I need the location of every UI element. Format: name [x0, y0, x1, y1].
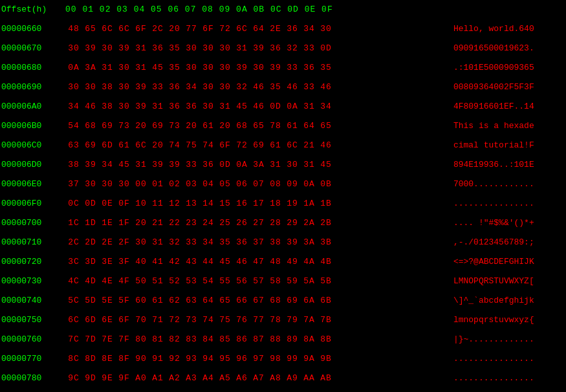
hex-byte[interactable]: 51 — [149, 272, 166, 291]
hex-byte[interactable]: 39 — [250, 39, 267, 58]
hex-cell-group[interactable]: 6C6D6E6F707172737475767778797A7B — [64, 310, 452, 330]
hex-byte[interactable]: B9 — [284, 388, 301, 392]
hex-byte[interactable]: 46 — [234, 252, 250, 272]
hex-byte[interactable]: 2E — [267, 19, 284, 39]
hex-byte[interactable]: 30 — [183, 39, 200, 58]
hex-byte[interactable]: 6D — [99, 136, 116, 155]
hex-byte[interactable]: 28 — [267, 213, 284, 233]
hex-byte[interactable]: 9C — [65, 369, 82, 388]
hex-byte[interactable]: 04 — [200, 175, 217, 194]
hex-byte[interactable]: 40 — [133, 252, 149, 272]
hex-byte[interactable]: 18 — [267, 194, 284, 213]
hex-byte[interactable]: BA — [301, 388, 318, 392]
hex-cell-group[interactable]: 2C2D2E2F303132333435363738393A3B — [64, 233, 452, 252]
hex-byte[interactable]: 69 — [284, 291, 301, 310]
hex-byte[interactable]: 39 — [133, 97, 149, 116]
hex-byte[interactable]: 17 — [250, 194, 267, 213]
hex-byte[interactable]: 48 — [267, 252, 284, 272]
hex-byte[interactable]: 97 — [250, 349, 267, 369]
hex-byte[interactable]: 20 — [183, 116, 200, 136]
hex-byte[interactable]: 39 — [116, 39, 133, 58]
hex-byte[interactable]: 93 — [183, 349, 200, 369]
hex-byte[interactable]: 31 — [301, 97, 318, 116]
hex-byte[interactable]: B3 — [183, 388, 200, 392]
hex-byte[interactable]: 90 — [133, 349, 149, 369]
hex-byte[interactable]: B6 — [234, 388, 250, 392]
table-row[interactable]: 000007708C8D8E8F909192939495969798999A9B… — [0, 349, 566, 369]
hex-byte[interactable]: 66 — [234, 291, 250, 310]
hex-byte[interactable]: 46 — [318, 78, 334, 97]
hex-byte[interactable]: 6C — [284, 136, 301, 155]
hex-byte[interactable]: 39 — [166, 155, 183, 175]
hex-byte[interactable]: 60 — [133, 291, 149, 310]
hex-cell-group[interactable]: 8C8D8E8F909192939495969798999A9B — [64, 349, 452, 369]
hex-byte[interactable]: 65 — [217, 291, 234, 310]
table-row[interactable]: 000006E037303030000102030405060708090A0B… — [0, 175, 566, 194]
hex-byte[interactable]: 74 — [166, 136, 183, 155]
hex-byte[interactable]: 6A — [301, 291, 318, 310]
hex-cell-group[interactable]: 37303030000102030405060708090A0B — [64, 175, 452, 194]
hex-byte[interactable]: 01 — [149, 175, 166, 194]
hex-byte[interactable]: 94 — [200, 349, 217, 369]
hex-byte[interactable]: 4C — [65, 272, 82, 291]
hex-byte[interactable]: 6F — [217, 136, 234, 155]
table-row[interactable]: 00000790ACADAEAFB0B1B2B3B4B5B6B7B8B9BABB… — [0, 388, 566, 392]
hex-byte[interactable]: 3E — [99, 252, 116, 272]
table-row[interactable]: 000007203C3D3E3F404142434445464748494A4B… — [0, 252, 566, 272]
hex-byte[interactable]: 09 — [284, 175, 301, 194]
hex-byte[interactable]: 30 — [99, 175, 116, 194]
hex-byte[interactable]: 58 — [267, 272, 284, 291]
hex-byte[interactable]: 36 — [183, 97, 200, 116]
hex-byte[interactable]: A2 — [166, 369, 183, 388]
hex-byte[interactable]: AF — [116, 388, 133, 392]
hex-byte[interactable]: 4E — [99, 272, 116, 291]
hex-byte[interactable]: 52 — [166, 272, 183, 291]
hex-byte[interactable]: 0A — [65, 58, 82, 78]
hex-byte[interactable]: 30 — [200, 78, 217, 97]
hex-byte[interactable]: 36 — [149, 39, 166, 58]
hex-byte[interactable]: B7 — [250, 388, 267, 392]
hex-byte[interactable]: 61 — [267, 136, 284, 155]
hex-byte[interactable]: 3C — [65, 252, 82, 272]
hex-byte[interactable]: 6C — [65, 310, 82, 330]
hex-byte[interactable]: 31 — [149, 233, 166, 252]
hex-byte[interactable]: 6D — [82, 310, 99, 330]
hex-byte[interactable]: 7B — [318, 310, 334, 330]
hex-byte[interactable]: 46 — [250, 78, 267, 97]
hex-cell-group[interactable]: 4C4D4E4F505152535455565758595A5B — [64, 272, 452, 291]
hex-byte[interactable]: 00 — [133, 175, 149, 194]
hex-byte[interactable]: 72 — [234, 136, 250, 155]
hex-byte[interactable]: 39 — [82, 39, 99, 58]
hex-byte[interactable]: 39 — [234, 58, 250, 78]
hex-byte[interactable]: 53 — [183, 272, 200, 291]
hex-byte[interactable]: 43 — [183, 252, 200, 272]
table-row[interactable]: 000006800A3A3130314535303030393039333635… — [0, 58, 566, 78]
hex-byte[interactable]: 31 — [99, 58, 116, 78]
hex-byte[interactable]: 38 — [99, 97, 116, 116]
hex-byte[interactable]: 22 — [166, 213, 183, 233]
hex-cell-group[interactable]: 54686973206973206120686578616465 — [64, 116, 452, 136]
hex-byte[interactable]: 8B — [318, 330, 334, 349]
hex-byte[interactable]: 65 — [82, 19, 99, 39]
hex-byte[interactable]: 30 — [200, 58, 217, 78]
hex-byte[interactable]: 32 — [234, 78, 250, 97]
table-row[interactable]: 000006B054686973206973206120686578616465… — [0, 116, 566, 136]
hex-byte[interactable]: 31 — [234, 39, 250, 58]
hex-byte[interactable]: 2B — [318, 213, 334, 233]
hex-byte[interactable]: 0A — [301, 175, 318, 194]
hex-byte[interactable]: 31 — [267, 155, 284, 175]
hex-byte[interactable]: 84 — [200, 330, 217, 349]
hex-byte[interactable]: 64 — [200, 291, 217, 310]
table-row[interactable]: 000007102C2D2E2F303132333435363738393A3B… — [0, 233, 566, 252]
hex-byte[interactable]: 73 — [116, 116, 133, 136]
hex-byte[interactable]: B0 — [133, 388, 149, 392]
hex-byte[interactable]: 69 — [250, 136, 267, 155]
hex-byte[interactable]: 4B — [318, 252, 334, 272]
hex-byte[interactable]: 6F — [133, 19, 149, 39]
hex-byte[interactable]: 55 — [217, 272, 234, 291]
hex-byte[interactable]: 46 — [284, 78, 301, 97]
hex-byte[interactable]: A4 — [200, 369, 217, 388]
hex-byte[interactable]: 1A — [301, 194, 318, 213]
hex-byte[interactable]: 9B — [318, 349, 334, 369]
hex-byte[interactable]: 35 — [217, 233, 234, 252]
